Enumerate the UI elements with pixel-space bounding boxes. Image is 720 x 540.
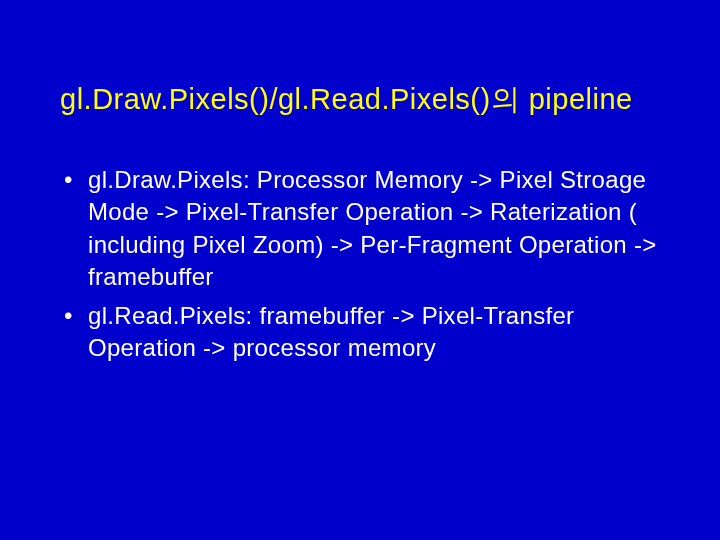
slide-title: gl.Draw.Pixels()/gl.Read.Pixels()의 pipel… (60, 80, 660, 120)
bullet-list: gl.Draw.Pixels: Processor Memory -> Pixe… (60, 164, 660, 364)
list-item: gl.Read.Pixels: framebuffer -> Pixel-Tra… (88, 300, 660, 365)
slide: gl.Draw.Pixels()/gl.Read.Pixels()의 pipel… (0, 0, 720, 540)
list-item: gl.Draw.Pixels: Processor Memory -> Pixe… (88, 164, 660, 294)
